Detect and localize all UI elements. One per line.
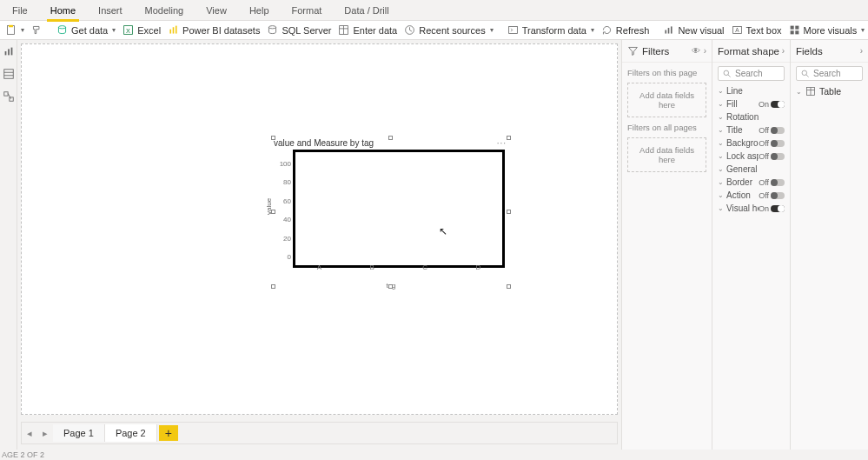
resize-handle[interactable] bbox=[507, 284, 511, 289]
svg-point-36 bbox=[724, 70, 729, 76]
resize-handle[interactable] bbox=[507, 210, 511, 214]
menu-insert[interactable]: Insert bbox=[95, 3, 126, 17]
get-data-button[interactable]: Get data▾ bbox=[56, 24, 116, 36]
svg-rect-5 bbox=[170, 30, 172, 34]
format-row-fill[interactable]: ⌄FillOn bbox=[712, 97, 790, 110]
format-row-lock-aspe-[interactable]: ⌄Lock aspe…Off bbox=[712, 150, 790, 163]
page-next-button[interactable]: ▸ bbox=[37, 428, 53, 439]
svg-rect-33 bbox=[3, 92, 7, 96]
menu-data-drill[interactable]: Data / Drill bbox=[341, 3, 392, 17]
report-view-icon[interactable] bbox=[3, 45, 15, 57]
svg-rect-13 bbox=[508, 26, 517, 33]
svg-rect-20 bbox=[795, 26, 798, 30]
filters-on-page-drop[interactable]: Add data fields here bbox=[627, 83, 706, 117]
format-pane: Format shape › Search ⌄Line⌄FillOn⌄Rotat… bbox=[712, 40, 790, 450]
toggle-lock-aspe-[interactable]: Off bbox=[759, 152, 785, 161]
resize-handle[interactable] bbox=[507, 136, 511, 140]
resize-handle[interactable] bbox=[388, 284, 393, 289]
svg-rect-6 bbox=[173, 27, 175, 33]
filter-icon bbox=[627, 45, 639, 57]
excel-button[interactable]: X Excel bbox=[123, 24, 161, 36]
chevron-down-icon: ⌄ bbox=[718, 178, 724, 186]
chevron-down-icon: ⌄ bbox=[718, 87, 724, 95]
format-row-rotation[interactable]: ⌄Rotation bbox=[712, 110, 790, 123]
format-row-backgrou-[interactable]: ⌄Backgrou…Off bbox=[712, 137, 790, 150]
refresh-button[interactable]: Refresh bbox=[601, 24, 650, 36]
data-view-icon[interactable] bbox=[3, 68, 15, 80]
filters-eye-icon[interactable]: 👁 bbox=[692, 46, 700, 56]
svg-rect-30 bbox=[3, 70, 13, 79]
format-row-general[interactable]: ⌄General bbox=[712, 163, 790, 176]
page-prev-button[interactable]: ◂ bbox=[22, 428, 37, 439]
menu-view[interactable]: View bbox=[202, 3, 230, 17]
chevron-down-icon: ⌄ bbox=[796, 88, 802, 96]
chevron-down-icon: ⌄ bbox=[718, 139, 724, 147]
svg-rect-29 bbox=[10, 48, 12, 56]
toggle-fill[interactable]: On bbox=[759, 100, 785, 109]
resize-handle[interactable] bbox=[388, 136, 393, 140]
resize-handle[interactable] bbox=[271, 284, 275, 289]
new-visual-button[interactable]: New visual bbox=[663, 24, 724, 36]
format-collapse-icon[interactable]: › bbox=[782, 46, 785, 56]
field-table[interactable]: ⌄ Table bbox=[791, 84, 868, 98]
y-axis-ticks: 100 80 60 40 20 0 bbox=[274, 160, 291, 261]
resize-handle[interactable] bbox=[271, 136, 275, 140]
page-tab-2[interactable]: Page 2 bbox=[105, 424, 157, 442]
format-row-action[interactable]: ⌄ActionOff bbox=[712, 189, 790, 202]
page-tab-1[interactable]: Page 1 bbox=[53, 424, 105, 442]
menu-file[interactable]: File bbox=[9, 3, 31, 17]
format-painter-button[interactable] bbox=[31, 24, 43, 36]
menu-format[interactable]: Format bbox=[288, 3, 326, 17]
fields-collapse-icon[interactable]: › bbox=[860, 46, 863, 56]
search-icon bbox=[722, 69, 732, 78]
svg-rect-28 bbox=[8, 49, 10, 55]
filters-on-all-drop[interactable]: Add data fields here bbox=[627, 137, 706, 172]
menu-help[interactable]: Help bbox=[246, 3, 273, 17]
format-row-title[interactable]: ⌄TitleOff bbox=[712, 123, 790, 137]
format-row-line[interactable]: ⌄Line bbox=[712, 84, 790, 97]
svg-point-38 bbox=[802, 70, 807, 76]
chevron-down-icon: ⌄ bbox=[718, 191, 724, 199]
format-row-border[interactable]: ⌄BorderOff bbox=[712, 176, 790, 189]
filters-collapse-icon[interactable]: › bbox=[704, 46, 706, 56]
toggle-backgrou-[interactable]: Off bbox=[759, 139, 785, 148]
fields-search[interactable]: Search bbox=[796, 66, 863, 81]
report-canvas[interactable]: value and Measure by tag ··· 100 80 60 4… bbox=[21, 43, 618, 415]
text-box-button[interactable]: A Text box bbox=[732, 24, 782, 36]
svg-rect-14 bbox=[666, 30, 667, 34]
status-bar: AGE 2 OF 2 bbox=[0, 450, 868, 460]
chevron-down-icon: ⌄ bbox=[718, 126, 724, 134]
chart-more-icon[interactable]: ··· bbox=[497, 138, 507, 148]
toggle-action[interactable]: Off bbox=[759, 191, 785, 200]
toggle-visual-he-[interactable]: On bbox=[759, 204, 785, 213]
format-title: Format shape bbox=[718, 46, 779, 57]
svg-rect-1 bbox=[9, 25, 13, 27]
svg-point-8 bbox=[269, 26, 276, 29]
filters-pane: Filters 👁 › Filters on this page Add dat… bbox=[621, 40, 712, 450]
format-search[interactable]: Search bbox=[718, 66, 785, 81]
filters-title: Filters bbox=[642, 46, 669, 57]
filters-on-page-label: Filters on this page bbox=[627, 68, 706, 77]
workspace: value and Measure by tag ··· 100 80 60 4… bbox=[0, 40, 868, 450]
menu-modeling[interactable]: Modeling bbox=[142, 3, 188, 17]
sql-server-button[interactable]: SQL Server bbox=[267, 24, 331, 36]
resize-handle[interactable] bbox=[271, 210, 275, 214]
svg-text:X: X bbox=[126, 27, 130, 35]
x-axis-ticks: A B C D bbox=[293, 263, 505, 271]
add-page-button[interactable]: + bbox=[159, 425, 178, 441]
transform-data-button[interactable]: Transform data▾ bbox=[507, 24, 594, 36]
svg-rect-22 bbox=[795, 30, 798, 34]
model-view-icon[interactable] bbox=[3, 90, 15, 103]
recent-sources-button[interactable]: Recent sources▾ bbox=[404, 24, 493, 36]
paste-button[interactable]: ▾ bbox=[5, 24, 24, 36]
pbi-datasets-button[interactable]: Power BI datasets bbox=[168, 24, 260, 36]
table-icon bbox=[805, 86, 816, 97]
toggle-title[interactable]: Off bbox=[759, 126, 785, 135]
more-visuals-button[interactable]: More visuals▾ bbox=[789, 24, 865, 36]
chart-visual[interactable]: value and Measure by tag ··· 100 80 60 4… bbox=[274, 138, 508, 286]
toggle-border[interactable]: Off bbox=[759, 178, 785, 187]
format-row-visual-he-[interactable]: ⌄Visual he…On bbox=[712, 202, 790, 215]
fields-pane: Fields › Search ⌄ Table bbox=[790, 40, 868, 450]
menu-home[interactable]: Home bbox=[47, 3, 79, 17]
enter-data-button[interactable]: Enter data bbox=[338, 24, 397, 36]
